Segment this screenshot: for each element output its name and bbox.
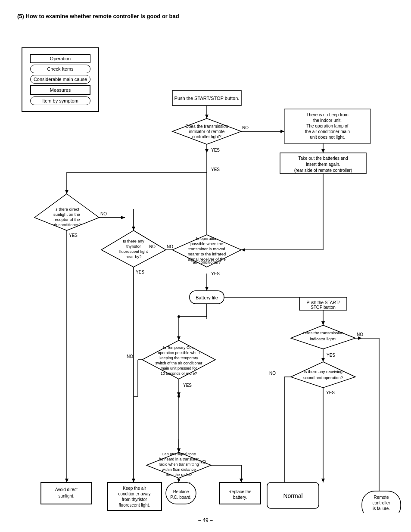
svg-text:NO: NO [149, 244, 156, 249]
svg-text:Normal: Normal [283, 492, 302, 499]
svg-text:receptor of the: receptor of the [53, 217, 80, 222]
svg-text:YES: YES [69, 233, 78, 238]
svg-text:insert them again.: insert them again. [306, 162, 340, 167]
svg-marker-7 [321, 149, 325, 153]
svg-text:There is no beep from: There is no beep from [306, 112, 349, 117]
svg-text:10 seconds or more?: 10 seconds or more? [161, 371, 197, 376]
svg-text:NO: NO [167, 244, 173, 249]
svg-text:from the radio?: from the radio? [166, 473, 192, 477]
svg-marker-41 [321, 479, 325, 482]
svg-marker-13 [121, 216, 125, 219]
svg-marker-20 [132, 479, 135, 482]
page-title: (5) How to examine whether remote contro… [17, 13, 394, 19]
svg-text:Push the START/: Push the START/ [307, 300, 340, 305]
svg-text:YES: YES [326, 390, 335, 395]
svg-text:air conditioner?: air conditioner? [53, 222, 81, 227]
page-number: – 49 – [0, 517, 411, 523]
svg-text:YES: YES [211, 271, 220, 276]
svg-text:Is Temporary Cool: Is Temporary Cool [163, 345, 195, 350]
svg-text:Does the transmission: Does the transmission [186, 124, 228, 129]
svg-text:operation possible when: operation possible when [158, 351, 199, 355]
svg-text:controller: controller [372, 501, 390, 505]
svg-text:sunlight.: sunlight. [58, 494, 74, 498]
svg-text:fluorescent light.: fluorescent light. [119, 503, 150, 507]
svg-text:radio when transmitting: radio when transmitting [159, 462, 199, 467]
svg-text:NO: NO [269, 371, 276, 376]
svg-text:main unit pressed for: main unit pressed for [161, 366, 197, 370]
svg-marker-165 [240, 479, 243, 482]
svg-marker-117 [291, 362, 355, 388]
svg-marker-3 [205, 149, 209, 153]
svg-text:indicator light?: indicator light? [310, 336, 336, 341]
svg-marker-1 [205, 115, 209, 118]
svg-text:unit does not light.: unit does not light. [310, 135, 345, 140]
svg-text:Push the START/STOP button.: Push the START/STOP button. [174, 96, 240, 101]
svg-text:fluorescent light: fluorescent light [119, 249, 148, 254]
svg-point-140 [177, 395, 180, 398]
svg-point-62 [177, 315, 180, 318]
svg-text:transmitter is moved: transmitter is moved [188, 246, 225, 251]
svg-text:NO: NO [100, 212, 107, 216]
svg-text:YES: YES [327, 353, 335, 358]
svg-text:The operation lamp of: The operation lamp of [306, 124, 349, 128]
svg-text:the indoor unit.: the indoor unit. [313, 118, 342, 123]
svg-text:Replace: Replace [173, 489, 189, 494]
svg-text:thyristor: thyristor [126, 244, 141, 249]
flowchart-svg: Push the START/STOP button. Does the tra… [0, 39, 411, 513]
svg-marker-33 [177, 336, 181, 340]
svg-text:the air conditioner main: the air conditioner main [305, 129, 350, 134]
svg-text:battery.: battery. [233, 495, 247, 500]
svg-text:Keep the air: Keep the air [123, 486, 146, 491]
svg-text:Is there direct: Is there direct [54, 207, 79, 212]
svg-text:within 5cm distance: within 5cm distance [162, 467, 196, 472]
page: (5) How to examine whether remote contro… [0, 0, 411, 532]
svg-text:Is there any: Is there any [123, 239, 144, 243]
svg-text:be heard in a transistor: be heard in a transistor [159, 457, 199, 461]
svg-text:P.C. board.: P.C. board. [170, 495, 191, 500]
svg-text:Avoid direct: Avoid direct [55, 487, 78, 492]
svg-text:Take out the batteries and: Take out the batteries and [298, 156, 348, 161]
svg-text:air conditioner?: air conditioner? [193, 260, 221, 264]
svg-text:conditioner away: conditioner away [118, 492, 150, 496]
svg-text:possible when the: possible when the [190, 241, 223, 246]
svg-text:nearer to the infrared: nearer to the infrared [188, 252, 226, 256]
svg-text:from thyristor: from thyristor [122, 497, 147, 502]
svg-text:sunlight on the: sunlight on the [53, 212, 80, 217]
svg-text:STOP button: STOP button [311, 305, 335, 310]
svg-text:NO: NO [242, 125, 249, 130]
svg-text:controller light?: controller light? [192, 134, 221, 139]
svg-marker-35 [321, 321, 325, 325]
svg-text:keeping the temporary: keeping the temporary [159, 356, 198, 360]
svg-marker-11 [65, 190, 68, 194]
svg-text:NO: NO [199, 460, 206, 464]
svg-marker-17 [132, 227, 135, 230]
svg-text:is failure.: is failure. [373, 506, 390, 511]
svg-text:(rear side of remote controlle: (rear side of remote controller) [294, 168, 352, 173]
svg-marker-37 [321, 358, 325, 362]
svg-rect-142 [41, 482, 92, 504]
svg-text:NO: NO [357, 332, 363, 337]
svg-text:sound and operation?: sound and operation? [303, 375, 343, 380]
svg-text:Is operation: Is operation [196, 236, 218, 241]
svg-text:switch of the air conditioner: switch of the air conditioner [155, 361, 202, 365]
svg-text:YES: YES [183, 383, 192, 388]
svg-text:near by?: near by? [126, 254, 142, 259]
svg-text:YES: YES [211, 148, 220, 152]
svg-text:indicator of remote: indicator of remote [189, 129, 225, 134]
svg-text:YES: YES [136, 270, 144, 274]
svg-text:Remote: Remote [374, 495, 389, 500]
svg-text:Does the transmission: Does the transmission [303, 330, 343, 335]
svg-text:Is there any receiving: Is there any receiving [304, 369, 342, 374]
svg-marker-5 [280, 130, 284, 133]
svg-text:NO: NO [127, 354, 133, 359]
svg-marker-39 [358, 336, 362, 340]
svg-marker-53 [177, 479, 181, 482]
svg-marker-25 [205, 287, 209, 291]
svg-text:Replace the: Replace the [228, 489, 252, 494]
svg-text:Can any signal tone: Can any signal tone [162, 452, 196, 456]
svg-text:Battery life: Battery life [196, 295, 218, 300]
svg-text:YES: YES [211, 167, 220, 172]
svg-marker-163 [65, 479, 68, 482]
